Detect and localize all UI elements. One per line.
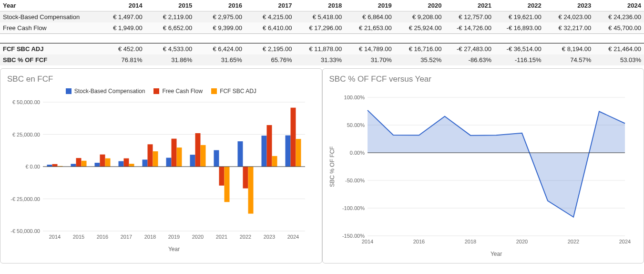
bar — [296, 139, 301, 167]
cell-value: -€ 36,514.00 — [494, 43, 544, 55]
bar — [105, 158, 111, 167]
svg-text:Year: Year — [490, 251, 501, 257]
bar — [76, 158, 82, 167]
bar — [219, 167, 225, 186]
cell-value: € 21,464.00 — [594, 43, 644, 55]
legend-swatch — [211, 88, 217, 94]
bar — [267, 125, 272, 167]
svg-text:2020: 2020 — [192, 234, 204, 240]
legend-item: FCF SBC ADJ — [211, 88, 256, 95]
svg-text:2018: 2018 — [144, 234, 156, 240]
svg-text:2017: 2017 — [121, 234, 132, 240]
cell-value: 31.33% — [295, 54, 345, 65]
svg-text:-150.00%: -150.00% — [342, 233, 364, 239]
cell-value: € 17,296.00 — [295, 22, 345, 34]
svg-text:2014: 2014 — [361, 239, 373, 244]
bar — [153, 151, 158, 167]
legend-swatch — [153, 88, 159, 94]
svg-text:2018: 2018 — [464, 239, 476, 244]
bar — [190, 155, 195, 167]
row-label: Stock-Based Compensation — [0, 11, 95, 23]
financial-table: Year201420152016201720182019202020212022… — [0, 0, 644, 65]
bar — [82, 161, 87, 167]
cell-value: € 25,924.00 — [395, 22, 445, 34]
bar — [195, 133, 201, 167]
cell-value: € 4,533.00 — [145, 43, 195, 55]
col-header-year: Year — [0, 0, 95, 11]
area-chart-card: SBC % OF FCF versus Year 100.00%50.00%0.… — [322, 68, 644, 263]
cell-value: € 8,194.00 — [544, 43, 594, 55]
col-header-2016: 2016 — [195, 0, 245, 11]
cell-value: -€ 16,893.00 — [494, 22, 544, 34]
col-header-2014: 2014 — [95, 0, 145, 11]
bar — [119, 161, 124, 167]
svg-text:2024: 2024 — [619, 239, 630, 244]
cell-value: € 2,119.00 — [145, 11, 195, 23]
cell-value: € 21,653.00 — [345, 22, 395, 34]
col-header-2018: 2018 — [295, 0, 345, 11]
col-header-2015: 2015 — [145, 0, 195, 11]
svg-text:2022: 2022 — [240, 234, 251, 240]
bar — [262, 136, 267, 167]
svg-text:2023: 2023 — [264, 234, 275, 240]
col-header-2022: 2022 — [494, 0, 544, 11]
svg-text:SBC % OF FCF: SBC % OF FCF — [329, 146, 336, 187]
cell-value: 74.57% — [544, 54, 594, 65]
bar — [71, 164, 76, 167]
cell-value: € 6,424.00 — [195, 43, 245, 55]
bar — [172, 139, 177, 167]
col-header-2020: 2020 — [395, 0, 445, 11]
legend-label: Stock-Based Compensation — [74, 88, 145, 95]
legend-swatch — [66, 88, 72, 94]
legend-item: Free Cash Flow — [153, 88, 203, 95]
cell-value: € 6,864.00 — [345, 11, 395, 23]
svg-text:-100.00%: -100.00% — [342, 205, 364, 211]
svg-text:2016: 2016 — [413, 239, 424, 244]
cell-value: -116.15% — [494, 54, 544, 65]
bar — [243, 167, 248, 189]
cell-value: € 5,418.00 — [295, 11, 345, 23]
svg-text:€ 25,000.00: € 25,000.00 — [12, 132, 40, 137]
col-header-2021: 2021 — [444, 0, 494, 11]
bar-chart-card: SBC en FCF Stock-Based CompensationFree … — [0, 68, 322, 263]
svg-text:-€ 25,000.00: -€ 25,000.00 — [10, 196, 40, 202]
cell-value: € 452.00 — [95, 43, 145, 55]
bar — [248, 167, 254, 214]
cell-value: -€ 27,483.00 — [444, 43, 494, 55]
bar — [177, 148, 182, 167]
bar — [225, 167, 230, 202]
col-header-2024: 2024 — [594, 0, 644, 11]
bar — [148, 144, 153, 167]
cell-value: € 6,410.00 — [245, 22, 295, 34]
bar — [166, 158, 172, 167]
cell-value: € 2,975.00 — [195, 11, 245, 23]
area-chart-title: SBC % OF FCF versus Year — [325, 74, 642, 88]
cell-value: € 14,789.00 — [345, 43, 395, 55]
cell-value: € 11,878.00 — [295, 43, 345, 55]
row-label: Free Cash Flow — [0, 22, 95, 34]
cell-value: 76.81% — [95, 54, 145, 65]
bar — [124, 158, 129, 167]
svg-text:2016: 2016 — [97, 234, 108, 240]
bar — [47, 165, 52, 167]
cell-value: € 24,236.00 — [594, 11, 644, 23]
bar — [286, 136, 291, 167]
cell-value: € 1,949.00 — [95, 22, 145, 34]
svg-text:50.00%: 50.00% — [347, 122, 365, 128]
cell-value: € 24,023.00 — [544, 11, 594, 23]
bar-chart-title: SBC en FCF — [2, 74, 320, 88]
area-line — [368, 110, 625, 217]
svg-text:2024: 2024 — [287, 234, 299, 240]
svg-text:€ 0.00: € 0.00 — [25, 164, 40, 169]
cell-value: 53.03% — [594, 54, 644, 65]
bar — [214, 150, 219, 167]
col-header-2023: 2023 — [544, 0, 594, 11]
cell-value: 31.70% — [345, 54, 395, 65]
cell-value: € 16,716.00 — [395, 43, 445, 55]
svg-text:€ 50,000.00: € 50,000.00 — [12, 99, 40, 105]
bar — [201, 145, 206, 167]
svg-text:2020: 2020 — [516, 239, 527, 244]
svg-text:2022: 2022 — [567, 239, 579, 244]
row-label: FCF SBC ADJ — [0, 43, 95, 55]
svg-text:2021: 2021 — [216, 234, 227, 240]
